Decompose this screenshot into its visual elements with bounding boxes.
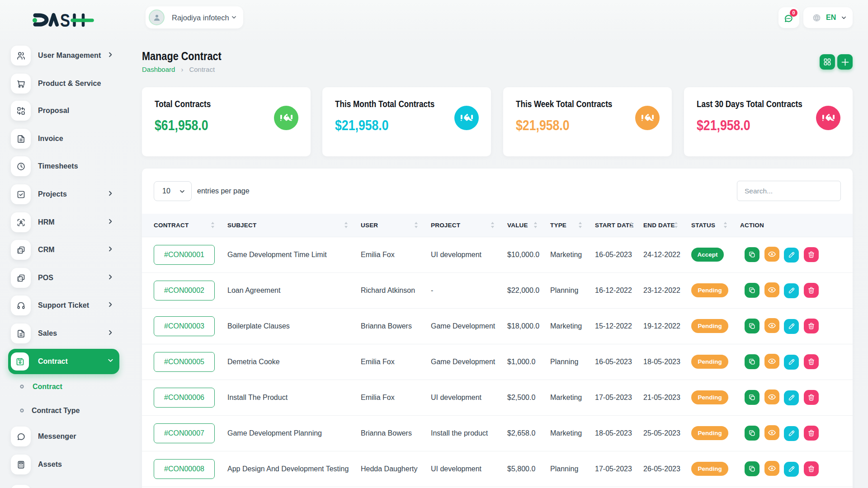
svg-text:S: S [60,9,70,28]
